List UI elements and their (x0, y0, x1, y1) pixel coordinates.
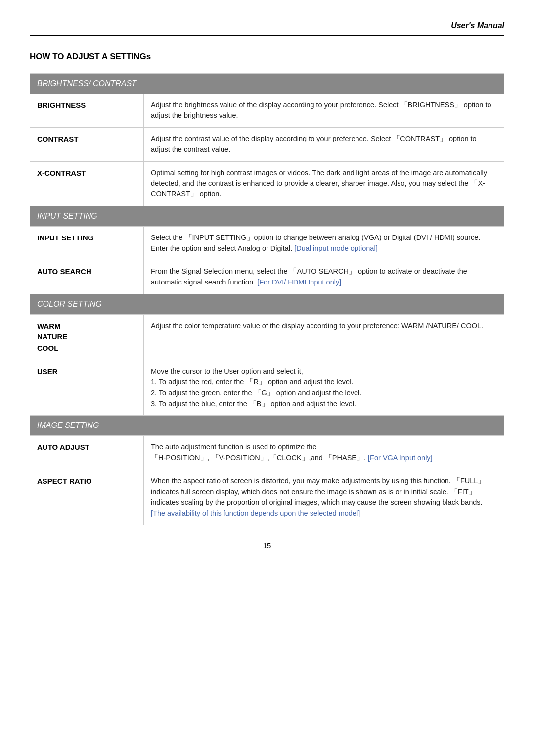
page-header: User's Manual (30, 20, 504, 36)
section-header-brightness-contrast: BRIGHTNESS/ CONTRAST (30, 73, 504, 94)
settings-table: BRIGHTNESS/ CONTRASTBRIGHTNESSAdjust the… (30, 73, 504, 525)
row-description: Move the cursor to the User option and s… (144, 360, 504, 416)
table-row: ASPECT RATIOWhen the aspect ratio of scr… (30, 470, 504, 525)
row-description: From the Signal Selection menu, select t… (144, 260, 504, 294)
row-label: WARM NATURE COOL (30, 314, 144, 360)
table-row: X-CONTRASTOptimal setting for high contr… (30, 161, 504, 206)
table-row: USERMove the cursor to the User option a… (30, 360, 504, 416)
row-description: Adjust the color temperature value of th… (144, 314, 504, 360)
table-row: AUTO ADJUSTThe auto adjustment function … (30, 436, 504, 470)
section-header-image-setting: IMAGE SETTING (30, 416, 504, 436)
table-row: WARM NATURE COOLAdjust the color tempera… (30, 314, 504, 360)
page-number: 15 (30, 540, 504, 552)
row-label: ASPECT RATIO (30, 470, 144, 525)
row-label: USER (30, 360, 144, 416)
table-row: AUTO SEARCHFrom the Signal Selection men… (30, 260, 504, 294)
section-heading: HOW TO ADJUST A SETTINGs (30, 50, 504, 63)
row-link: [For DVI/ HDMI Input only] (257, 278, 341, 286)
row-link: [Dual input mode optional] (294, 244, 377, 252)
row-description: Adjust the contrast value of the display… (144, 128, 504, 162)
row-description: When the aspect ratio of screen is disto… (144, 470, 504, 525)
row-description: The auto adjustment function is used to … (144, 436, 504, 470)
row-description: Adjust the brightness value of the displ… (144, 94, 504, 128)
section-header-color-setting: COLOR SETTING (30, 294, 504, 314)
row-link: [For VGA Input only] (368, 454, 433, 462)
manual-title: User's Manual (451, 20, 504, 32)
row-label: INPUT SETTING (30, 226, 144, 260)
row-label: AUTO SEARCH (30, 260, 144, 294)
table-row: INPUT SETTINGSelect the 「INPUT SETTING」o… (30, 226, 504, 260)
row-label: BRIGHTNESS (30, 94, 144, 128)
table-row: CONTRASTAdjust the contrast value of the… (30, 128, 504, 162)
row-link: [The availability of this function depen… (151, 509, 360, 517)
row-label: AUTO ADJUST (30, 436, 144, 470)
row-description: Select the 「INPUT SETTING」option to chan… (144, 226, 504, 260)
row-description: Optimal setting for high contrast images… (144, 161, 504, 206)
section-header-input-setting: INPUT SETTING (30, 206, 504, 226)
row-label: CONTRAST (30, 128, 144, 162)
row-label: X-CONTRAST (30, 161, 144, 206)
table-row: BRIGHTNESSAdjust the brightness value of… (30, 94, 504, 128)
